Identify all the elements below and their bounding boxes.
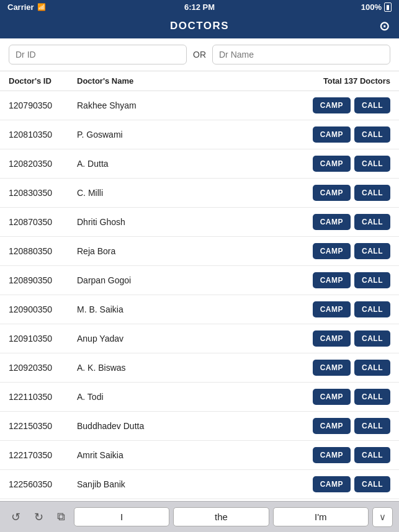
- battery-percentage: 100%: [361, 2, 382, 12]
- row-actions: CAMPCALL: [313, 418, 390, 434]
- table-row: 122150350Buddhadev DuttaCAMPCALL: [0, 412, 399, 441]
- doctor-id: 120870350: [9, 217, 77, 227]
- doctor-name: P. Goswami: [77, 130, 313, 140]
- call-button[interactable]: CALL: [354, 330, 390, 347]
- doctor-name: M. B. Saikia: [77, 304, 313, 314]
- dr-name-input[interactable]: [212, 45, 390, 64]
- call-button[interactable]: CALL: [354, 156, 390, 172]
- row-actions: CAMPCALL: [313, 97, 390, 113]
- doctor-id: 122170350: [9, 450, 77, 460]
- call-button[interactable]: CALL: [354, 476, 390, 492]
- call-button[interactable]: CALL: [354, 97, 390, 113]
- doctor-name: Buddhadev Dutta: [77, 421, 313, 431]
- table-row: 122170350Amrit SaikiaCAMPCALL: [0, 441, 399, 470]
- call-button[interactable]: CALL: [354, 418, 390, 434]
- camp-button[interactable]: CAMP: [313, 360, 351, 376]
- doctor-id: 120910350: [9, 334, 77, 344]
- wifi-icon: 📶: [37, 3, 46, 11]
- row-actions: CAMPCALL: [313, 360, 390, 376]
- camp-button[interactable]: CAMP: [313, 272, 351, 288]
- call-button[interactable]: CALL: [354, 447, 390, 463]
- row-actions: CAMPCALL: [313, 330, 390, 347]
- call-button[interactable]: CALL: [354, 214, 390, 230]
- doctor-name: Reja Bora: [77, 246, 313, 256]
- row-actions: CAMPCALL: [313, 389, 390, 405]
- doctor-id: 120900350: [9, 304, 77, 314]
- doctor-name: Sanjib Banik: [77, 479, 313, 489]
- camp-button[interactable]: CAMP: [313, 447, 351, 463]
- app-header: DOCTORS ⊙: [0, 14, 399, 38]
- doctor-id: 120790350: [9, 100, 77, 110]
- col-header-total: Total 137 Doctors: [323, 76, 390, 86]
- carrier-label: Carrier: [7, 2, 34, 12]
- doctor-name: Amrit Saikia: [77, 450, 313, 460]
- doctor-name: A. K. Biswas: [77, 363, 313, 373]
- logout-button[interactable]: ⊙: [379, 19, 391, 33]
- doctor-id: 122560350: [9, 479, 77, 489]
- doctor-id: 120880350: [9, 246, 77, 256]
- doctors-table: 120790350Rakhee ShyamCAMPCALL120810350P.…: [0, 91, 399, 501]
- word-suggestion-3[interactable]: I'm: [273, 507, 369, 526]
- redo-button[interactable]: ↻: [29, 508, 48, 526]
- doctor-id: 120920350: [9, 363, 77, 373]
- camp-button[interactable]: CAMP: [313, 301, 351, 317]
- table-row: 120830350C. MilliCAMPCALL: [0, 179, 399, 208]
- row-actions: CAMPCALL: [313, 301, 390, 317]
- word-suggestion-2[interactable]: the: [173, 507, 269, 526]
- doctor-name: Dhriti Ghosh: [77, 217, 313, 227]
- doctor-name: C. Milli: [77, 188, 313, 198]
- call-button[interactable]: CALL: [354, 126, 390, 143]
- camp-button[interactable]: CAMP: [313, 156, 351, 172]
- call-button[interactable]: CALL: [354, 185, 390, 201]
- call-button[interactable]: CALL: [354, 389, 390, 405]
- table-row: 120890350Darpan GogoiCAMPCALL: [0, 266, 399, 295]
- camp-button[interactable]: CAMP: [313, 243, 351, 259]
- camp-button[interactable]: CAMP: [313, 330, 351, 347]
- status-left: Carrier 📶: [7, 2, 46, 12]
- camp-button[interactable]: CAMP: [313, 126, 351, 143]
- call-button[interactable]: CALL: [354, 272, 390, 288]
- bottom-toolbar: ↺ ↻ ⧉ I the I'm ∨: [0, 501, 399, 532]
- camp-button[interactable]: CAMP: [313, 476, 351, 492]
- word-suggestion-1[interactable]: I: [74, 507, 169, 526]
- dr-id-input[interactable]: [9, 45, 187, 64]
- row-actions: CAMPCALL: [313, 156, 390, 172]
- search-bar: OR: [0, 38, 399, 71]
- call-button[interactable]: CALL: [354, 243, 390, 259]
- table-row: 122110350A. TodiCAMPCALL: [0, 383, 399, 412]
- doctor-name: A. Dutta: [77, 159, 313, 169]
- col-header-id: Doctor's ID: [9, 76, 77, 86]
- doctor-id: 120830350: [9, 188, 77, 198]
- doctor-name: Anup Yadav: [77, 334, 313, 344]
- status-bar: Carrier 📶 6:12 PM 100% ▮: [0, 0, 399, 14]
- camp-button[interactable]: CAMP: [313, 418, 351, 434]
- row-actions: CAMPCALL: [313, 214, 390, 230]
- doctor-name: Rakhee Shyam: [77, 100, 313, 110]
- row-actions: CAMPCALL: [313, 272, 390, 288]
- header-title: DOCTORS: [170, 20, 229, 32]
- row-actions: CAMPCALL: [313, 243, 390, 259]
- copy-button[interactable]: ⧉: [52, 508, 70, 526]
- call-button[interactable]: CALL: [354, 301, 390, 317]
- call-button[interactable]: CALL: [354, 360, 390, 376]
- undo-button[interactable]: ↺: [6, 508, 25, 526]
- camp-button[interactable]: CAMP: [313, 97, 351, 113]
- row-actions: CAMPCALL: [313, 185, 390, 201]
- doctor-name: Darpan Gogoi: [77, 275, 313, 285]
- doctor-id: 122110350: [9, 392, 77, 402]
- doctor-id: 122150350: [9, 421, 77, 431]
- camp-button[interactable]: CAMP: [313, 214, 351, 230]
- or-label: OR: [193, 50, 206, 60]
- camp-button[interactable]: CAMP: [313, 389, 351, 405]
- camp-button[interactable]: CAMP: [313, 185, 351, 201]
- row-actions: CAMPCALL: [313, 126, 390, 143]
- doctor-name: A. Todi: [77, 392, 313, 402]
- table-row: 120910350Anup YadavCAMPCALL: [0, 324, 399, 353]
- doctor-id: 120810350: [9, 130, 77, 140]
- table-row: 120820350A. DuttaCAMPCALL: [0, 149, 399, 179]
- battery-icon: ▮: [384, 2, 392, 12]
- table-row: 120920350A. K. BiswasCAMPCALL: [0, 353, 399, 383]
- table-row: 120810350P. GoswamiCAMPCALL: [0, 120, 399, 149]
- keyboard-chevron-button[interactable]: ∨: [372, 507, 393, 527]
- col-header-name: Doctor's Name: [77, 76, 323, 86]
